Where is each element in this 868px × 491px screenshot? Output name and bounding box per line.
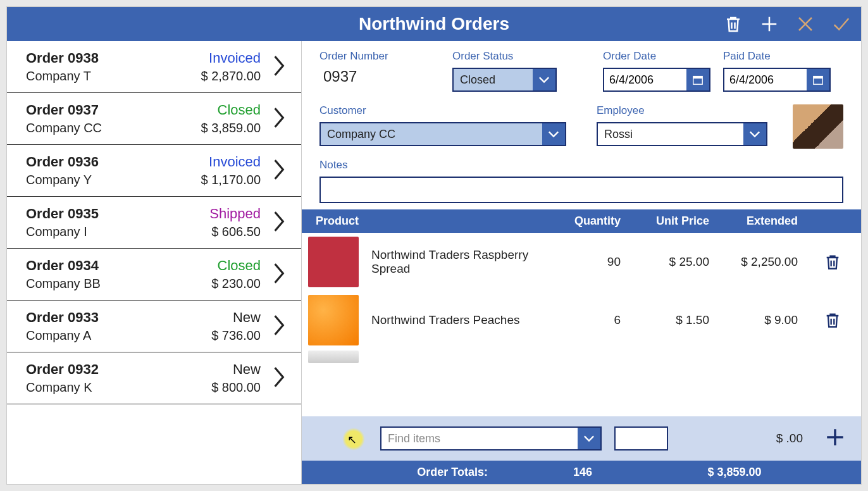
totals-label: Order Totals: bbox=[308, 466, 507, 479]
order-amount: $ 3,859.00 bbox=[201, 121, 261, 135]
order-detail: Order Number 0937 Order Status Closed Or… bbox=[302, 41, 861, 484]
order-list-item[interactable]: Order 0933 New Company A $ 736.00 bbox=[7, 301, 301, 352]
order-list-item[interactable]: Order 0935 Shipped Company I $ 606.50 bbox=[7, 197, 301, 249]
col-unit-price: Unit Price bbox=[633, 214, 722, 228]
add-item-price: $ .00 bbox=[776, 432, 803, 445]
app-title: Northwind Orders bbox=[359, 14, 509, 34]
chevron-down-icon[interactable] bbox=[578, 428, 600, 449]
order-amount: $ 606.50 bbox=[209, 225, 261, 239]
order-status: Closed bbox=[201, 102, 261, 118]
order-status-select[interactable]: Closed bbox=[452, 68, 557, 92]
line-extended: $ 2,250.00 bbox=[722, 255, 810, 269]
delete-icon[interactable] bbox=[723, 14, 743, 34]
product-image bbox=[308, 237, 359, 287]
chevron-right-icon bbox=[272, 261, 286, 288]
order-company: Company Y bbox=[26, 173, 193, 187]
order-id: Order 0935 bbox=[26, 206, 202, 222]
chevron-down-icon[interactable] bbox=[743, 123, 766, 145]
order-status: Invoiced bbox=[201, 154, 261, 170]
order-status-label: Order Status bbox=[452, 50, 579, 63]
employee-avatar bbox=[793, 104, 843, 149]
line-item-row bbox=[302, 349, 861, 364]
col-extended: Extended bbox=[722, 214, 810, 228]
find-items-select[interactable]: Find items bbox=[380, 426, 602, 451]
chevron-right-icon bbox=[272, 365, 286, 392]
order-company: Company CC bbox=[26, 121, 193, 135]
order-id: Order 0937 bbox=[26, 102, 193, 118]
order-amount: $ 1,170.00 bbox=[201, 173, 261, 187]
employee-label: Employee bbox=[597, 104, 780, 117]
totals-amount: $ 3,859.00 bbox=[659, 466, 810, 479]
line-items-list: Northwind Traders Raspberry Spread 90 $ … bbox=[302, 233, 861, 416]
customer-select[interactable]: Company CC bbox=[319, 122, 566, 146]
chevron-right-icon bbox=[272, 158, 286, 184]
line-item-row: Northwind Traders Peaches 6 $ 1.50 $ 9.0… bbox=[302, 291, 861, 349]
calendar-icon[interactable] bbox=[807, 69, 829, 90]
customer-value: Company CC bbox=[321, 123, 542, 145]
order-date-value: 6/4/2006 bbox=[604, 69, 686, 90]
order-list-item[interactable]: Order 0938 Invoiced Company T $ 2,870.00 bbox=[7, 41, 301, 93]
order-list-item[interactable]: Order 0937 Closed Company CC $ 3,859.00 bbox=[7, 93, 301, 145]
delete-line-button[interactable] bbox=[810, 311, 855, 330]
chevron-right-icon bbox=[272, 313, 286, 340]
line-unit-price: $ 1.50 bbox=[633, 313, 722, 327]
calendar-icon[interactable] bbox=[686, 69, 709, 90]
paid-date-input[interactable]: 6/4/2006 bbox=[723, 68, 831, 92]
order-status: New bbox=[211, 361, 261, 378]
totals-bar: Order Totals: 146 $ 3,859.00 bbox=[302, 461, 861, 484]
order-company: Company A bbox=[26, 328, 204, 343]
chevron-down-icon[interactable] bbox=[542, 123, 565, 145]
order-amount: $ 800.00 bbox=[211, 380, 261, 395]
employee-select[interactable]: Rossi bbox=[597, 122, 767, 146]
chevron-right-icon bbox=[272, 209, 286, 236]
order-status: Shipped bbox=[209, 206, 261, 222]
order-list-item[interactable]: Order 0936 Invoiced Company Y $ 1,170.00 bbox=[7, 145, 301, 197]
customer-label: Customer bbox=[319, 104, 585, 117]
col-product: Product bbox=[308, 214, 545, 228]
totals-qty: 146 bbox=[507, 466, 659, 479]
add-qty-input[interactable] bbox=[614, 426, 668, 451]
paid-date-value: 6/4/2006 bbox=[724, 69, 807, 90]
line-unit-price: $ 25.00 bbox=[633, 255, 722, 269]
order-status: New bbox=[211, 309, 261, 326]
notes-label: Notes bbox=[319, 159, 843, 171]
paid-date-label: Paid Date bbox=[723, 50, 843, 63]
order-amount: $ 230.00 bbox=[211, 277, 261, 291]
chevron-down-icon[interactable] bbox=[533, 69, 555, 90]
order-company: Company K bbox=[26, 380, 204, 395]
svg-rect-1 bbox=[693, 77, 702, 79]
order-id: Order 0936 bbox=[26, 154, 193, 170]
order-status: Closed bbox=[211, 258, 261, 274]
cancel-icon[interactable] bbox=[795, 14, 815, 34]
delete-line-button[interactable] bbox=[810, 252, 855, 271]
order-id: Order 0933 bbox=[26, 309, 204, 326]
chevron-right-icon bbox=[272, 54, 286, 80]
add-icon[interactable] bbox=[759, 14, 779, 34]
line-qty: 90 bbox=[545, 255, 633, 269]
notes-input[interactable] bbox=[319, 177, 843, 203]
order-status: Invoiced bbox=[201, 50, 261, 66]
product-image bbox=[308, 351, 359, 363]
order-list-item[interactable]: Order 0932 New Company K $ 800.00 bbox=[7, 352, 301, 404]
product-image bbox=[308, 295, 359, 345]
title-bar: Northwind Orders bbox=[7, 7, 861, 41]
order-number-label: Order Number bbox=[319, 50, 452, 63]
svg-rect-3 bbox=[814, 77, 822, 79]
order-list-item[interactable]: Order 0934 Closed Company BB $ 230.00 bbox=[7, 249, 301, 301]
find-items-placeholder: Find items bbox=[381, 428, 578, 449]
order-amount: $ 736.00 bbox=[211, 328, 261, 343]
product-name: Northwind Traders Raspberry Spread bbox=[371, 248, 545, 276]
line-qty: 6 bbox=[545, 313, 633, 327]
line-extended: $ 9.00 bbox=[722, 313, 810, 327]
col-quantity: Quantity bbox=[545, 214, 633, 228]
line-item-row: Northwind Traders Raspberry Spread 90 $ … bbox=[302, 233, 861, 291]
orders-sidebar: Order 0938 Invoiced Company T $ 2,870.00… bbox=[7, 41, 302, 484]
order-id: Order 0934 bbox=[26, 258, 204, 274]
confirm-icon[interactable] bbox=[831, 14, 852, 34]
add-item-button[interactable] bbox=[824, 426, 846, 451]
order-id: Order 0938 bbox=[26, 50, 193, 66]
order-date-label: Order Date bbox=[603, 50, 723, 63]
order-company: Company BB bbox=[26, 277, 204, 291]
order-date-input[interactable]: 6/4/2006 bbox=[603, 68, 710, 92]
cursor-highlight bbox=[342, 428, 365, 451]
